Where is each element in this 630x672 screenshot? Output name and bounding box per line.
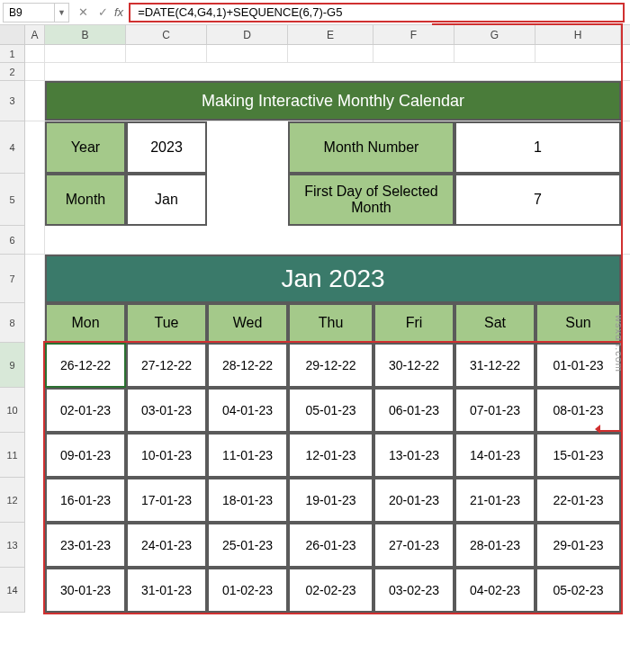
grid-area[interactable]: Making Interactive Monthly Calendar Year… — [25, 45, 630, 613]
date-cell[interactable]: 27-01-23 — [374, 523, 454, 568]
date-cell[interactable]: 07-01-23 — [454, 388, 536, 433]
cancel-formula-icon[interactable]: ✕ — [73, 3, 93, 22]
cell[interactable] — [25, 523, 45, 568]
date-cell[interactable]: 28-12-22 — [207, 343, 288, 388]
date-cell[interactable]: 25-01-23 — [207, 523, 288, 568]
date-cell[interactable]: 29-12-22 — [288, 343, 374, 388]
date-cell[interactable]: 27-12-22 — [126, 343, 207, 388]
col-B[interactable]: B — [45, 25, 126, 44]
date-cell[interactable]: 02-01-23 — [45, 388, 126, 433]
date-cell[interactable]: 31-01-23 — [126, 568, 207, 613]
date-cell[interactable]: 12-01-23 — [288, 433, 374, 478]
cell[interactable] — [25, 568, 45, 613]
cell[interactable] — [25, 174, 45, 226]
row-6[interactable]: 6 — [0, 226, 24, 255]
date-cell[interactable]: 23-01-23 — [45, 523, 126, 568]
col-G[interactable]: G — [454, 25, 536, 44]
row-13[interactable]: 13 — [0, 523, 24, 568]
cell[interactable] — [536, 45, 621, 62]
year-value[interactable]: 2023 — [126, 121, 207, 174]
date-cell[interactable]: 01-02-23 — [207, 568, 288, 613]
date-cell[interactable]: 26-12-22 — [45, 343, 126, 388]
row-9[interactable]: 9 — [0, 343, 24, 388]
firstday-value[interactable]: 7 — [454, 174, 621, 226]
date-cell[interactable]: 05-02-23 — [536, 568, 621, 613]
date-cell[interactable]: 31-12-22 — [454, 343, 536, 388]
date-cell[interactable]: 03-01-23 — [126, 388, 207, 433]
row-12[interactable]: 12 — [0, 478, 24, 523]
date-cell[interactable]: 20-01-23 — [374, 478, 454, 523]
date-cell[interactable]: 28-01-23 — [454, 523, 536, 568]
cell[interactable] — [25, 121, 45, 174]
cell[interactable] — [25, 81, 45, 121]
date-cell[interactable]: 29-01-23 — [536, 523, 621, 568]
row-11[interactable]: 11 — [0, 433, 24, 478]
date-cell[interactable]: 05-01-23 — [288, 388, 374, 433]
accept-formula-icon[interactable]: ✓ — [93, 3, 112, 22]
date-cell[interactable]: 26-01-23 — [288, 523, 374, 568]
date-cell[interactable]: 02-02-23 — [288, 568, 374, 613]
col-D[interactable]: D — [207, 25, 288, 44]
date-cell[interactable]: 04-01-23 — [207, 388, 288, 433]
cell[interactable] — [126, 45, 207, 62]
row-5[interactable]: 5 — [0, 174, 24, 226]
cell[interactable] — [25, 45, 45, 62]
cell[interactable] — [45, 226, 621, 254]
col-E[interactable]: E — [288, 25, 374, 44]
cell[interactable] — [374, 45, 454, 62]
date-cell[interactable]: 19-01-23 — [288, 478, 374, 523]
date-cell[interactable]: 11-01-23 — [207, 433, 288, 478]
cell[interactable] — [207, 174, 288, 226]
cell[interactable] — [25, 226, 45, 254]
date-cell[interactable]: 08-01-23 — [536, 388, 621, 433]
date-cell[interactable]: 30-12-22 — [374, 343, 454, 388]
formula-input[interactable]: =DATE(C4,G4,1)+SEQUENCE(6,7)-G5 — [129, 3, 625, 22]
cell[interactable] — [25, 478, 45, 523]
cell[interactable] — [25, 63, 45, 80]
cell[interactable] — [45, 45, 126, 62]
date-cell[interactable]: 04-02-23 — [454, 568, 536, 613]
date-cell[interactable]: 13-01-23 — [374, 433, 454, 478]
date-cell[interactable]: 14-01-23 — [454, 433, 536, 478]
select-all-corner[interactable] — [0, 25, 25, 44]
date-cell[interactable]: 16-01-23 — [45, 478, 126, 523]
row-3[interactable]: 3 — [0, 81, 24, 121]
date-cell[interactable]: 15-01-23 — [536, 433, 621, 478]
col-C[interactable]: C — [126, 25, 207, 44]
col-F[interactable]: F — [374, 25, 454, 44]
date-cell[interactable]: 06-01-23 — [374, 388, 454, 433]
date-cell[interactable]: 17-01-23 — [126, 478, 207, 523]
row-10[interactable]: 10 — [0, 388, 24, 433]
cell[interactable] — [288, 45, 374, 62]
col-A[interactable]: A — [25, 25, 45, 44]
fx-icon[interactable]: fx — [114, 5, 123, 19]
row-2[interactable]: 2 — [0, 63, 24, 81]
name-box[interactable]: B9 — [3, 3, 55, 22]
cell[interactable] — [207, 45, 288, 62]
date-cell[interactable]: 24-01-23 — [126, 523, 207, 568]
cell[interactable] — [45, 63, 621, 80]
cell[interactable] — [25, 303, 45, 343]
date-cell[interactable]: 22-01-23 — [536, 478, 621, 523]
date-cell[interactable]: 21-01-23 — [454, 478, 536, 523]
date-cell[interactable]: 01-01-23 — [536, 343, 621, 388]
date-cell[interactable]: 03-02-23 — [374, 568, 454, 613]
cell[interactable] — [25, 343, 45, 388]
col-H[interactable]: H — [536, 25, 621, 44]
row-14[interactable]: 14 — [0, 568, 24, 613]
date-cell[interactable]: 30-01-23 — [45, 568, 126, 613]
cell[interactable] — [25, 255, 45, 303]
date-cell[interactable]: 09-01-23 — [45, 433, 126, 478]
cell[interactable] — [25, 433, 45, 478]
date-cell[interactable]: 10-01-23 — [126, 433, 207, 478]
month-value[interactable]: Jan — [126, 174, 207, 226]
row-8[interactable]: 8 — [0, 303, 24, 343]
row-7[interactable]: 7 — [0, 255, 24, 303]
row-4[interactable]: 4 — [0, 121, 24, 174]
monthnum-value[interactable]: 1 — [454, 121, 621, 174]
cell[interactable] — [207, 121, 288, 174]
cell[interactable] — [454, 45, 536, 62]
date-cell[interactable]: 18-01-23 — [207, 478, 288, 523]
name-box-dropdown[interactable]: ▼ — [55, 3, 69, 22]
row-1[interactable]: 1 — [0, 45, 24, 63]
